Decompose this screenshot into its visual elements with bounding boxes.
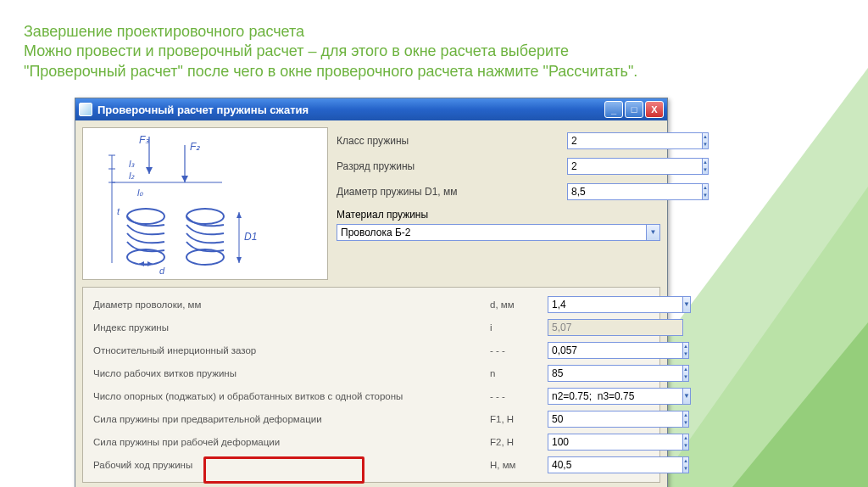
param-row: Диаметр проволоки, мм d, мм ▼	[93, 296, 649, 313]
force-f1-input[interactable]: ▲▼	[548, 411, 649, 428]
spinner-icon[interactable]: ▲▼	[683, 434, 689, 451]
verification-dialog: Проверочный расчет пружины сжатия _ □ X …	[75, 98, 668, 487]
spinner-icon[interactable]: ▲▼	[703, 183, 709, 200]
app-icon	[79, 103, 92, 116]
wire-dia-combo[interactable]: ▼	[548, 296, 649, 313]
parameter-panel: Диаметр проволоки, мм d, мм ▼ Индекс пру…	[82, 287, 660, 483]
chevron-down-icon[interactable]: ▼	[683, 388, 691, 405]
inertia-gap-input[interactable]: ▲▼	[548, 342, 649, 359]
param-row: Сила пружины при рабочей деформации F2, …	[93, 434, 649, 451]
heading-line-1: Завершение проектировочного расчета	[24, 22, 651, 42]
force-f2-input[interactable]: ▲▼	[548, 434, 649, 451]
svg-text:F₃: F₃	[139, 134, 150, 146]
material-label: Материал пружины	[337, 209, 660, 221]
svg-text:F₂: F₂	[190, 141, 201, 153]
working-coils-input[interactable]: ▲▼	[548, 365, 649, 382]
svg-text:l₃: l₃	[129, 159, 135, 169]
spinner-icon[interactable]: ▲▼	[703, 158, 709, 175]
param-row: Число рабочих витков пружины n ▲▼	[93, 365, 649, 382]
svg-text:D1: D1	[244, 231, 257, 243]
param-row: Относительный инерционный зазор - - - ▲▼	[93, 342, 649, 359]
support-coils-combo[interactable]: ▼	[548, 388, 649, 405]
svg-marker-2	[732, 322, 868, 487]
page-heading: Завершение проектировочного расчета Можн…	[24, 22, 651, 81]
svg-marker-7	[181, 176, 188, 182]
svg-text:l₂: l₂	[129, 171, 135, 181]
dialog-title: Проверочный расчет пружины сжатия	[97, 104, 603, 116]
material-combo[interactable]: ▼	[337, 224, 660, 241]
param-row: Число опорных (поджатых) и обработанных …	[93, 388, 649, 405]
param-row: Сила пружины при предварительной деформа…	[93, 411, 649, 428]
svg-marker-29	[139, 261, 144, 266]
spinner-icon[interactable]: ▲▼	[683, 411, 689, 428]
spring-rank-label: Разряд пружины	[337, 160, 560, 172]
spinner-icon[interactable]: ▲▼	[683, 456, 689, 473]
param-row: Рабочий ход пружины H, мм ▲▼	[93, 456, 649, 473]
spring-diagram: F₃ F₂ l₃ l₂ l₀	[82, 127, 328, 280]
svg-text:l₀: l₀	[137, 188, 143, 198]
spring-rank-input[interactable]: ▲▼	[567, 158, 660, 175]
titlebar[interactable]: Проверочный расчет пружины сжатия _ □ X	[75, 98, 667, 120]
close-button[interactable]: X	[645, 101, 664, 118]
heading-line-2: Можно провести и проверочный расчет – дл…	[24, 42, 651, 81]
spinner-icon[interactable]: ▲▼	[683, 365, 689, 382]
spring-class-input[interactable]: ▲▼	[567, 132, 660, 149]
svg-marker-24	[236, 257, 242, 263]
spring-dia-input[interactable]: ▲▼	[567, 183, 660, 200]
spring-class-label: Класс пружины	[337, 135, 560, 147]
spinner-icon[interactable]: ▲▼	[683, 342, 689, 359]
svg-marker-30	[147, 261, 153, 266]
spring-index-field	[548, 319, 649, 336]
chevron-down-icon[interactable]: ▼	[683, 296, 691, 313]
working-stroke-input[interactable]: ▲▼	[548, 456, 649, 473]
svg-marker-23	[236, 212, 242, 218]
svg-text:t: t	[117, 206, 120, 216]
svg-text:d: d	[159, 266, 165, 276]
spinner-icon[interactable]: ▲▼	[703, 132, 709, 149]
svg-marker-5	[146, 167, 153, 174]
chevron-down-icon[interactable]: ▼	[647, 224, 660, 241]
maximize-button[interactable]: □	[625, 101, 643, 118]
spring-dia-label: Диаметр пружины D1, мм	[337, 186, 560, 198]
param-row: Индекс пружины i	[93, 319, 649, 336]
minimize-button[interactable]: _	[604, 101, 623, 118]
